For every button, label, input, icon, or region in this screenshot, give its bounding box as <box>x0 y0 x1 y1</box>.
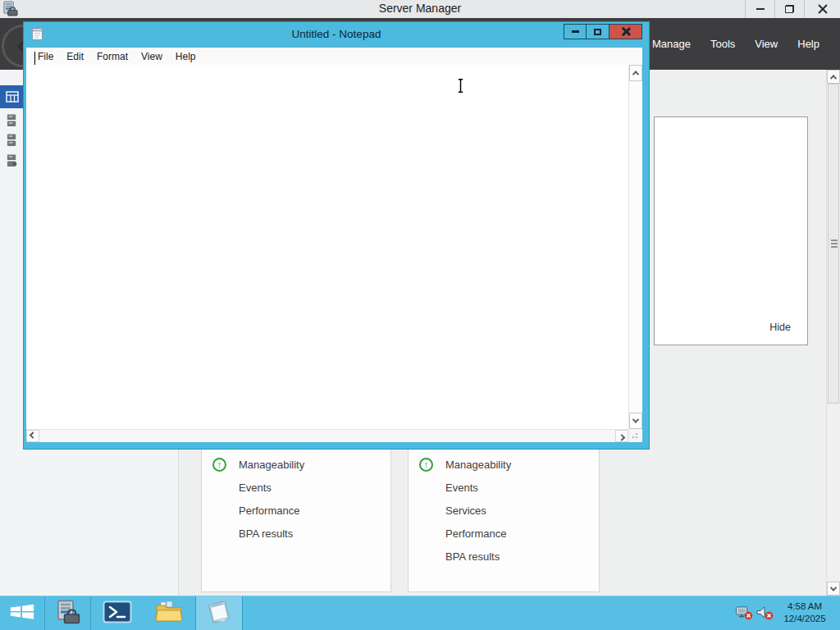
scroll-right-icon <box>619 434 625 441</box>
notepad-taskbar-button[interactable] <box>195 596 243 630</box>
minimize-button[interactable] <box>564 24 587 39</box>
sidebar-item-local-server[interactable] <box>6 113 19 129</box>
tile-row-performance[interactable]: Performance <box>202 499 390 522</box>
scroll-up-button[interactable] <box>629 65 642 81</box>
scroll-left-button[interactable] <box>26 430 39 442</box>
sidebar-item-file-storage-services[interactable] <box>6 153 19 169</box>
notepad-text-area[interactable] <box>26 65 628 429</box>
tile-row-events[interactable]: Events <box>202 476 390 499</box>
tile-row-label: BPA results <box>239 527 293 540</box>
scrollbar-grip-icon <box>831 240 838 249</box>
clock-date: 12/4/2025 <box>774 613 835 625</box>
start-icon <box>9 602 35 624</box>
scroll-up-icon <box>632 71 639 77</box>
tile-row-bpa-results[interactable]: BPA results <box>202 522 390 545</box>
scroll-down-icon <box>632 416 639 422</box>
close-button[interactable] <box>609 24 642 39</box>
menu-view[interactable]: View <box>755 38 778 50</box>
menu-help[interactable]: Help <box>797 38 819 50</box>
tile-row-label: BPA results <box>445 550 500 563</box>
start-button[interactable] <box>0 596 44 630</box>
menu-format[interactable]: Format <box>90 51 135 62</box>
tile-row-services[interactable]: Services <box>409 499 599 522</box>
server-manager-scrollbar[interactable] <box>826 70 840 596</box>
menu-file[interactable]: File <box>31 51 60 62</box>
i-beam-cursor-icon <box>456 78 465 97</box>
tile-row-manageability[interactable]: Manageability <box>202 453 390 476</box>
maximize-icon <box>594 29 601 35</box>
menu-tools[interactable]: Tools <box>710 38 735 50</box>
minimize-icon <box>756 8 765 10</box>
tile-row-label: Performance <box>239 504 299 517</box>
notepad-window: Untitled - Notepad File Edit Format View… <box>23 21 650 450</box>
tile-row-label: Services <box>445 504 486 517</box>
scroll-left-icon <box>30 431 36 438</box>
resize-grip[interactable] <box>628 429 642 442</box>
scroll-down-button[interactable] <box>629 413 642 429</box>
tile-row-label: Performance <box>445 527 506 540</box>
dashboard-grid-icon <box>6 91 19 107</box>
file-explorer-icon <box>155 600 183 627</box>
notepad-icon <box>206 600 232 628</box>
scrollbar-thumb[interactable] <box>828 84 839 404</box>
notepad-vertical-scrollbar[interactable] <box>628 65 642 429</box>
close-button[interactable] <box>804 0 840 18</box>
scroll-up-button[interactable] <box>827 70 840 84</box>
powershell-taskbar-button[interactable] <box>91 596 143 630</box>
network-disconnected-icon[interactable] <box>735 605 753 620</box>
maximize-button[interactable] <box>587 24 609 39</box>
window-title: Untitled - Notepad <box>24 28 649 40</box>
powershell-icon <box>103 600 132 628</box>
text-caret <box>34 52 35 65</box>
window-title: Server Manager <box>0 2 840 15</box>
menu-manage[interactable]: Manage <box>652 38 691 50</box>
tile-row-label: Manageability <box>239 459 304 471</box>
tile-row-label: Events <box>239 482 272 494</box>
tile-row-bpa-results[interactable]: BPA results <box>409 545 599 568</box>
taskbar: 4:58 AM 12/4/2025 <box>0 596 840 630</box>
scroll-right-button[interactable] <box>615 430 628 442</box>
hide-button[interactable]: Hide <box>769 322 791 333</box>
minimize-icon <box>572 30 579 33</box>
scroll-down-button[interactable] <box>827 582 840 596</box>
menu-edit[interactable]: Edit <box>60 51 90 62</box>
volume-muted-icon[interactable] <box>756 605 774 620</box>
up-arrow-status-icon <box>212 458 226 472</box>
close-icon <box>621 27 630 36</box>
server-manager-titlebar: Server Manager <box>0 0 840 18</box>
desktop: Server Manager Manage Tools View Help <box>0 0 840 630</box>
tile-row-label: Events <box>445 482 478 494</box>
clock[interactable]: 4:58 AM 12/4/2025 <box>774 600 835 625</box>
tile-row-label: Manageability <box>445 459 511 471</box>
scroll-up-icon <box>830 75 837 81</box>
close-icon <box>818 4 828 14</box>
file-explorer-taskbar-button[interactable] <box>143 596 195 630</box>
clock-time: 4:58 AM <box>774 600 835 613</box>
notepad-horizontal-scrollbar[interactable] <box>26 429 628 442</box>
tile-row-performance[interactable]: Performance <box>409 522 599 545</box>
server-manager-taskbar-button[interactable] <box>45 596 90 630</box>
restore-button[interactable] <box>774 0 804 18</box>
tile-row-events[interactable]: Events <box>409 476 599 499</box>
minimize-button[interactable] <box>745 0 774 18</box>
menu-view[interactable]: View <box>135 51 169 62</box>
up-arrow-status-icon <box>419 458 433 472</box>
notepad-titlebar: Untitled - Notepad <box>24 22 649 47</box>
sidebar-item-all-servers[interactable] <box>6 133 19 148</box>
tile-row-manageability[interactable]: Manageability <box>409 453 599 476</box>
scroll-down-icon <box>830 584 837 591</box>
menu-help[interactable]: Help <box>169 51 203 62</box>
notepad-client-area: File Edit Format View Help <box>26 47 642 442</box>
restore-icon <box>785 5 794 13</box>
flyout-panel: Hide <box>654 116 808 345</box>
server-manager-icon <box>56 600 80 628</box>
notepad-menubar: File Edit Format View Help <box>26 48 642 65</box>
